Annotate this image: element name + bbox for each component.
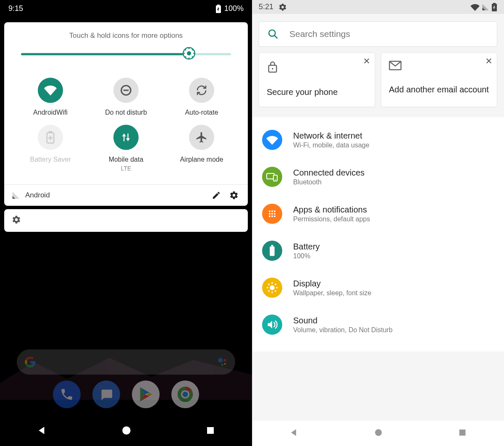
lock-icon	[267, 60, 367, 75]
settings-battery[interactable]: Battery 100%	[252, 232, 504, 269]
svg-point-51	[375, 429, 382, 436]
item-title: Apps & notifications	[293, 205, 370, 215]
tile-label: Mobile data	[109, 156, 144, 163]
item-title: Connected devices	[293, 168, 365, 178]
settings-sound[interactable]: Sound Volume, vibration, Do Not Disturb	[252, 306, 504, 343]
item-title: Battery	[293, 242, 320, 252]
tile-airplane[interactable]: Airplane mode	[164, 125, 239, 172]
slider-fill	[21, 53, 189, 55]
tile-label: AndroidWifi	[33, 109, 68, 116]
qs-hint: Touch & hold icons for more options	[4, 22, 248, 46]
suggestion-text: Secure your phone	[267, 87, 367, 97]
tile-battery-saver[interactable]: Battery Saver	[13, 125, 88, 172]
edit-button[interactable]	[210, 191, 223, 200]
svg-rect-41	[271, 245, 273, 246]
phone-app-icon[interactable]	[53, 380, 81, 408]
gear-icon	[229, 191, 239, 200]
play-store-icon[interactable]	[132, 380, 160, 408]
gear-icon	[12, 215, 21, 224]
svg-point-15	[223, 359, 226, 362]
svg-line-49	[268, 291, 269, 291]
settings-button[interactable]	[228, 191, 240, 200]
google-search-bar[interactable]	[17, 349, 235, 375]
tile-wifi[interactable]: AndroidWifi	[13, 78, 88, 116]
suggestion-add-email[interactable]: Add another email account	[381, 52, 497, 107]
messages-app-icon[interactable]	[92, 380, 120, 408]
settings-list: Network & internet Wi-Fi, mobile, data u…	[252, 117, 504, 352]
google-g-icon	[24, 356, 36, 368]
settings-network[interactable]: Network & internet Wi-Fi, mobile, data u…	[252, 121, 504, 158]
status-bar: 5:21	[252, 0, 504, 14]
suggestion-text: Add another email account	[389, 84, 489, 95]
svg-point-35	[271, 213, 273, 215]
battery-icon	[262, 241, 282, 261]
svg-rect-13	[49, 131, 52, 133]
status-time: 9:15	[8, 4, 23, 13]
svg-point-37	[269, 215, 270, 217]
settings-apps[interactable]: Apps & notifications Permissions, defaul…	[252, 195, 504, 232]
qs-tiles-grid: AndroidWifi Do not disturb Auto-rotate	[4, 68, 248, 184]
tile-mobile-data[interactable]: Mobile data LTE	[88, 125, 164, 172]
svg-line-47	[268, 284, 269, 285]
nav-recents[interactable]	[205, 425, 215, 437]
wifi-icon	[262, 130, 282, 150]
svg-point-1	[187, 51, 191, 55]
quick-settings-panel: Touch & hold icons for more options Andr…	[4, 22, 248, 206]
item-title: Network & internet	[293, 131, 369, 141]
svg-point-42	[270, 285, 275, 290]
svg-point-17	[221, 364, 223, 366]
devices-icon	[262, 167, 282, 187]
suggestion-cards: Secure your phone Add another email acco…	[259, 52, 497, 107]
settings-display[interactable]: Display Wallpaper, sleep, font size	[252, 269, 504, 306]
signal-icon	[481, 3, 490, 11]
svg-point-34	[269, 213, 270, 215]
mobile-data-icon	[113, 125, 139, 150]
nav-back[interactable]	[37, 425, 47, 438]
nav-home[interactable]	[373, 428, 383, 439]
brightness-slider[interactable]	[21, 46, 231, 63]
battery-saver-icon	[38, 125, 63, 150]
dnd-icon	[113, 78, 139, 103]
svg-point-21	[122, 426, 131, 435]
item-title: Sound	[293, 316, 393, 325]
tile-sublabel: LTE	[121, 165, 131, 172]
wifi-icon	[470, 3, 480, 11]
item-title: Display	[293, 279, 371, 289]
brightness-icon[interactable]	[183, 47, 195, 61]
nav-bar	[0, 417, 252, 446]
gmail-icon	[389, 60, 489, 72]
svg-line-48	[275, 291, 276, 291]
nav-home[interactable]	[121, 425, 132, 438]
battery-charging-icon	[491, 3, 497, 11]
settings-connected-devices[interactable]: Connected devices Bluetooth	[252, 158, 504, 195]
svg-line-24	[274, 35, 277, 38]
apps-icon	[262, 204, 282, 224]
close-button[interactable]	[485, 57, 493, 66]
close-button[interactable]	[363, 57, 370, 66]
chrome-icon[interactable]	[171, 380, 199, 408]
search-settings[interactable]	[259, 21, 497, 47]
divider	[252, 0, 252, 446]
qs-footer: Android	[4, 184, 248, 206]
svg-rect-40	[270, 247, 274, 256]
search-input[interactable]	[289, 29, 488, 39]
item-subtitle: Volume, vibration, Do Not Disturb	[293, 326, 393, 334]
assistant-icon	[217, 357, 228, 367]
svg-point-16	[224, 363, 226, 365]
wifi-icon	[38, 78, 63, 103]
suggestion-secure-phone[interactable]: Secure your phone	[259, 52, 375, 107]
notification-row[interactable]	[4, 209, 248, 232]
close-icon	[363, 57, 370, 65]
tile-dnd[interactable]: Do not disturb	[88, 78, 164, 116]
tile-autorotate[interactable]: Auto-rotate	[164, 78, 239, 116]
pencil-icon	[212, 191, 221, 200]
display-icon	[262, 278, 282, 298]
item-subtitle: Wallpaper, sleep, font size	[293, 289, 371, 297]
battery-charging-icon	[215, 5, 222, 13]
svg-point-14	[218, 358, 223, 362]
nav-back[interactable]	[289, 428, 299, 439]
tile-label: Do not disturb	[105, 109, 147, 116]
svg-point-31	[269, 210, 270, 212]
nav-recents[interactable]	[458, 428, 467, 439]
sound-icon	[262, 315, 282, 335]
